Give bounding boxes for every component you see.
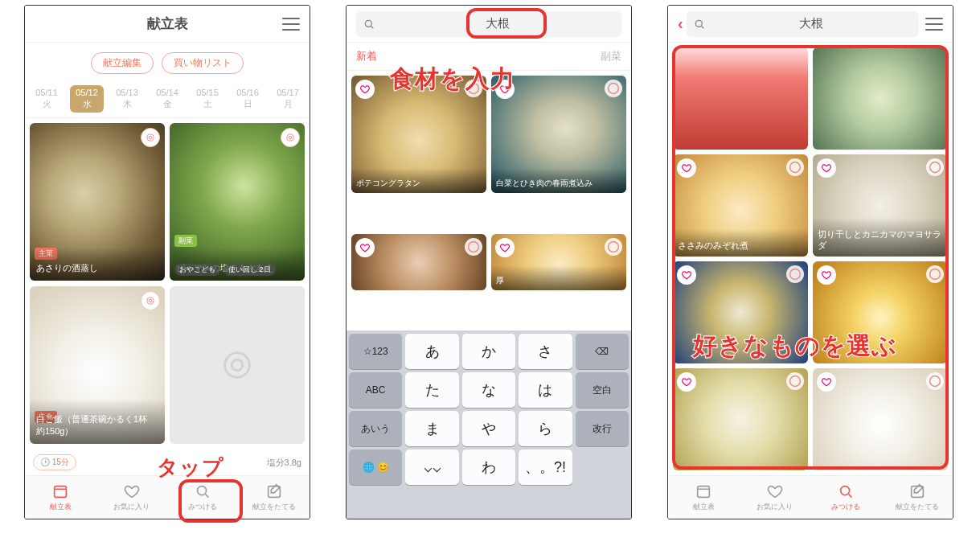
key-ta[interactable]: た [405, 372, 458, 408]
nav-kondate[interactable]: 献立表 [668, 476, 740, 519]
svg-point-17 [790, 162, 801, 173]
like-button[interactable] [677, 265, 696, 285]
date-0515[interactable]: 05/15土 [191, 85, 224, 113]
heart-plus-icon [821, 376, 832, 388]
key-ha[interactable]: は [519, 372, 572, 408]
result-daikon[interactable] [673, 368, 808, 470]
recipe-card-rice[interactable]: 主食 白ご飯（普通茶碗かるく1杯 約150g） [30, 286, 165, 444]
nav-plan[interactable]: 献立をたてる [882, 476, 953, 519]
recipe-title: 厚 [491, 265, 626, 290]
recipe-card-asari[interactable]: 主菜 あさりの酒蒸し [30, 123, 165, 281]
nav-find[interactable]: みつける [810, 476, 882, 519]
heart-plus-icon [359, 242, 371, 253]
brand-icon [605, 80, 622, 97]
key-a[interactable]: あ [405, 334, 458, 369]
menu-icon[interactable] [925, 18, 943, 31]
result-furofuki[interactable] [813, 368, 948, 470]
key-sa[interactable]: さ [519, 334, 572, 369]
like-button[interactable] [495, 80, 515, 99]
header: ‹ 大根 [668, 6, 953, 43]
action-pills: 献立編集 買い物リスト [25, 43, 310, 84]
date-0514[interactable]: 05/14金 [150, 85, 184, 113]
nav-favorite[interactable]: お気に入り [740, 476, 811, 519]
tab-new[interactable]: 新着 [356, 49, 377, 64]
svg-rect-23 [698, 486, 710, 498]
brand-icon [786, 158, 804, 176]
date-0516[interactable]: 05/16日 [231, 85, 264, 113]
shopping-list-button[interactable]: 買い物リスト [162, 52, 244, 74]
meta-chips: おやこども 使い回し 2日 [174, 264, 276, 276]
date-0513[interactable]: 05/13木 [110, 85, 144, 113]
svg-point-9 [198, 486, 207, 495]
result-fried[interactable] [673, 261, 808, 363]
key-space[interactable]: 空白 [576, 372, 629, 408]
result-yellow[interactable] [813, 261, 948, 363]
result-gratin[interactable]: ポテコングラタン [351, 76, 486, 193]
edit-menu-button[interactable]: 献立編集 [91, 52, 154, 74]
result-kiriboshi[interactable]: 切り干しとカニカマのマヨサラダ [813, 154, 948, 257]
recipe-title: ささみのみぞれ煮 [673, 229, 808, 257]
key-kana[interactable]: あいう [349, 411, 402, 446]
key-ma[interactable]: ま [405, 411, 458, 446]
recipe-card-piman[interactable]: 副菜 ピーマンの塩こんぶあえ おやこども 使い回し 2日 [170, 123, 305, 281]
svg-point-20 [930, 269, 941, 280]
like-button[interactable] [817, 158, 836, 178]
menu-icon[interactable] [282, 18, 300, 31]
key-na[interactable]: な [462, 372, 515, 408]
results-grid[interactable]: ポテコングラタン 白菜とひき肉の春雨煮込み 厚 [346, 71, 631, 330]
key-123[interactable]: ☆123 [349, 334, 402, 369]
key-return[interactable]: 改行 [576, 411, 629, 446]
search-input[interactable]: 大根 [356, 11, 621, 37]
recipe-title: あさりの酒蒸し [30, 248, 165, 281]
date-0511[interactable]: 05/11火 [30, 85, 64, 113]
chip-reuse: 使い回し 2日 [223, 264, 276, 276]
search-input[interactable]: 大根 [687, 11, 919, 37]
heart-plus-icon [681, 269, 692, 281]
result-red[interactable] [673, 47, 808, 150]
brand-icon [281, 128, 300, 147]
like-button[interactable] [677, 372, 696, 392]
svg-point-13 [609, 84, 619, 94]
like-button[interactable] [677, 158, 696, 178]
result-miso[interactable] [351, 234, 486, 290]
back-button[interactable]: ‹ [678, 14, 683, 33]
key-ka[interactable]: か [462, 334, 515, 369]
key-punct[interactable]: 、。?! [519, 450, 572, 485]
key-backspace[interactable]: ⌫ [576, 334, 629, 369]
nav-plan[interactable]: 献立をたてる [239, 476, 310, 519]
like-button[interactable] [817, 372, 836, 392]
like-button[interactable] [817, 265, 836, 285]
svg-point-11 [365, 20, 371, 27]
results-grid[interactable]: ささみのみぞれ煮 切り干しとカニカマのマヨサラダ [668, 43, 953, 475]
empty-slot[interactable] [170, 286, 305, 444]
like-button[interactable] [355, 80, 375, 99]
key-ra[interactable]: ら [519, 411, 572, 446]
nav-find[interactable]: みつける [167, 476, 239, 519]
result-harusame[interactable]: 白菜とひき肉の春雨煮込み [491, 76, 626, 193]
svg-point-15 [609, 241, 619, 252]
brand-icon [786, 372, 804, 390]
brand-icon [605, 238, 622, 256]
edit-calendar-icon [908, 482, 926, 500]
nav-favorite[interactable]: お気に入り [96, 476, 168, 519]
bottom-nav: 献立表 お気に入り みつける 献立をたてる [668, 475, 953, 519]
key-globe-emoji[interactable]: 🌐 😊 [349, 450, 402, 485]
key-abc[interactable]: ABC [349, 372, 402, 408]
date-0512[interactable]: 05/12水 [70, 85, 104, 113]
key-wa[interactable]: わ [462, 450, 515, 485]
search-value: 大根 [380, 16, 615, 31]
like-button[interactable] [495, 238, 515, 257]
result-cabbage[interactable] [813, 47, 948, 150]
nav-kondate[interactable]: 献立表 [25, 476, 96, 519]
key-small[interactable]: ⌵⌵ [405, 450, 458, 485]
screen-kondate: 献立表 献立編集 買い物リスト 05/11火 05/12水 05/13木 05/… [24, 5, 310, 519]
like-button[interactable] [355, 238, 375, 257]
tab-side[interactable]: 副菜 [601, 49, 621, 64]
recipe-title: ポテコングラタン [351, 168, 486, 193]
date-0517[interactable]: 05/17月 [271, 85, 305, 113]
recipe-title: 白ご飯（普通茶碗かるく1杯 約150g） [30, 399, 165, 444]
search-value: 大根 [711, 16, 912, 31]
result-sasami[interactable]: ささみのみぞれ煮 [673, 154, 808, 257]
result-egg[interactable]: 厚 [491, 234, 626, 290]
key-ya[interactable]: や [462, 411, 515, 446]
